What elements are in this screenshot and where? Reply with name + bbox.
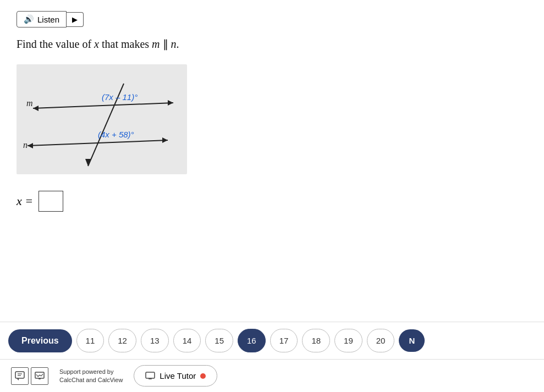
page-12-button[interactable]: 12 <box>108 329 136 352</box>
svg-line-18 <box>38 375 40 377</box>
page-16-button[interactable]: 16 <box>238 329 266 352</box>
main-content: 🔊 Listen ▶ Find the value of x that make… <box>0 0 544 322</box>
previous-button[interactable]: Previous <box>8 329 72 352</box>
calcview-icon[interactable] <box>31 367 48 385</box>
play-button[interactable]: ▶ <box>67 12 84 27</box>
problem-text: Find the value of x that makes m ∥ n. <box>17 37 527 51</box>
page-18-button[interactable]: 18 <box>302 329 330 352</box>
problem-prefix: Find the value of <box>17 38 94 50</box>
problem-middle: that makes <box>99 38 152 50</box>
svg-line-17 <box>36 374 38 377</box>
svg-rect-12 <box>15 372 24 378</box>
listen-button[interactable]: 🔊 Listen <box>17 11 67 27</box>
svg-marker-5 <box>28 143 33 148</box>
diagram-svg: m n (7x – 11)° (4x + 58)° <box>17 64 187 174</box>
svg-marker-2 <box>33 106 39 111</box>
parallel-symbol: ∥ <box>160 38 171 50</box>
footer-bar: Support powered by CalcChat and CalcView… <box>0 359 544 392</box>
svg-text:(4x + 58)°: (4x + 58)° <box>98 130 134 139</box>
svg-line-0 <box>33 103 173 108</box>
page-17-button[interactable]: 17 <box>270 329 298 352</box>
support-icons <box>11 367 48 385</box>
live-tutor-label: Live Tutor <box>160 371 196 380</box>
listen-bar: 🔊 Listen ▶ <box>17 11 527 27</box>
svg-marker-4 <box>162 137 168 143</box>
problem-suffix: . <box>177 38 179 50</box>
answer-row: x = <box>17 191 527 212</box>
var-m: m <box>152 38 160 50</box>
listen-label: Listen <box>37 15 59 24</box>
support-line2: CalcChat and CalcView <box>59 376 123 384</box>
live-indicator-dot <box>200 373 206 379</box>
support-line1: Support powered by <box>59 368 123 376</box>
calcchat-icon[interactable] <box>11 367 29 385</box>
answer-prefix: x = <box>17 194 33 208</box>
svg-text:m: m <box>26 98 33 108</box>
answer-input[interactable] <box>39 191 63 212</box>
svg-marker-1 <box>168 100 173 106</box>
var-n: n <box>171 38 177 50</box>
page-13-button[interactable]: 13 <box>141 329 169 352</box>
page-19-button[interactable]: 19 <box>334 329 362 352</box>
page-11-button[interactable]: 11 <box>76 329 105 352</box>
svg-line-19 <box>40 375 41 376</box>
page-15-button[interactable]: 15 <box>205 329 233 352</box>
next-button[interactable]: N <box>399 329 425 352</box>
svg-rect-23 <box>146 372 155 378</box>
svg-text:n: n <box>23 140 28 150</box>
diagram-box: m n (7x – 11)° (4x + 58)° <box>17 64 187 174</box>
support-text: Support powered by CalcChat and CalcView <box>59 368 123 384</box>
svg-text:(7x – 11)°: (7x – 11)° <box>102 92 138 102</box>
bottom-nav: Previous 11 12 13 14 15 16 17 18 19 20 N <box>0 322 544 359</box>
play-icon: ▶ <box>72 15 78 24</box>
page-20-button[interactable]: 20 <box>367 329 395 352</box>
speaker-icon: 🔊 <box>24 14 34 24</box>
live-tutor-button[interactable]: Live Tutor <box>134 365 217 387</box>
var-x: x <box>94 38 99 50</box>
svg-line-20 <box>41 374 43 376</box>
page-14-button[interactable]: 14 <box>173 329 201 352</box>
monitor-icon <box>145 372 155 380</box>
